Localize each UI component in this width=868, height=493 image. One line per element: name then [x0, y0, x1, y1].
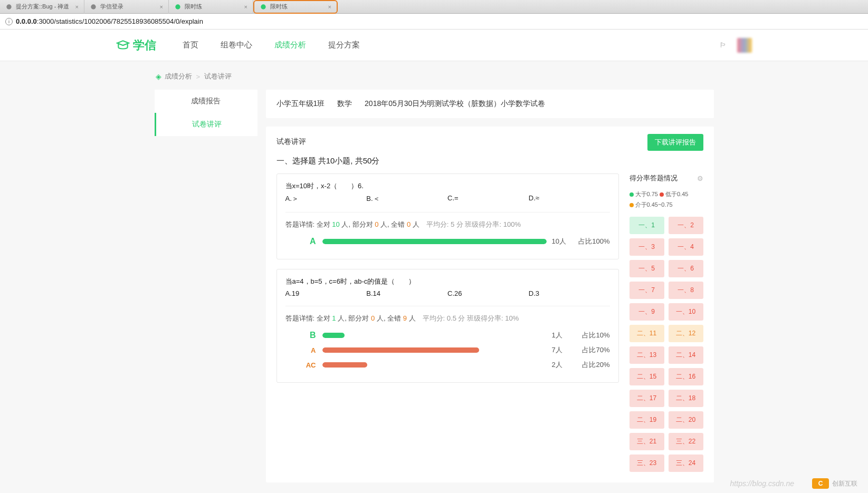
question-chip[interactable]: 一、9 [629, 303, 664, 321]
bar-label: A [285, 237, 322, 246]
question-chip[interactable]: 一、10 [669, 303, 703, 321]
nav-item[interactable]: 提分方案 [328, 40, 360, 50]
question-chip[interactable]: 二、19 [629, 411, 664, 429]
site-header: 学信 首页组卷中心成绩分析提分方案 🏳 [0, 30, 868, 61]
question-chip[interactable]: 一、8 [669, 282, 703, 299]
bar-fill [322, 333, 345, 338]
bar-track [322, 239, 547, 244]
browser-tab[interactable]: 限时练× [253, 0, 338, 14]
question-chip[interactable]: 二、14 [669, 346, 703, 364]
question-chip[interactable]: 二、12 [669, 325, 703, 342]
brand-logo-icon: C [812, 478, 829, 489]
question-chip[interactable]: 一、1 [629, 217, 664, 234]
question-chip[interactable]: 一、4 [669, 238, 703, 256]
question-chip[interactable]: 二、16 [669, 368, 703, 385]
question-chip[interactable]: 三、22 [669, 433, 703, 450]
sidebar-item[interactable]: 试卷讲评 [155, 113, 257, 136]
bar-fill [322, 362, 367, 368]
notification-icon[interactable]: 🏳 [720, 41, 727, 49]
nav-item[interactable]: 成绩分析 [274, 40, 306, 50]
bar-label: B [285, 331, 322, 340]
bar-label: AC [285, 361, 322, 369]
url-bar[interactable]: i 0.0.0.0:3000/statistics/1002006/782551… [0, 14, 868, 30]
bar-count: 10人 [547, 237, 568, 246]
nav-item[interactable]: 组卷中心 [221, 40, 252, 50]
question-stats: 答题详情: 全对 10 人, 部分对 0 人, 全错 0 人 平均分: 5 分 … [285, 212, 610, 229]
question-chip[interactable]: 二、15 [629, 368, 664, 385]
close-icon[interactable]: × [244, 4, 247, 10]
bar-ratio: 占比70% [568, 345, 610, 355]
bar-track [322, 333, 547, 338]
question-chip[interactable]: 一、6 [669, 260, 703, 277]
nav-item[interactable]: 首页 [183, 40, 198, 50]
tab-favicon-icon [5, 3, 13, 11]
section-title: 一、选择题 共10小题, 共50分 [276, 156, 703, 166]
header-right: 🏳 [720, 38, 752, 53]
question-chip[interactable]: 一、5 [629, 260, 664, 277]
question-chip[interactable]: 一、3 [629, 238, 664, 256]
question-chip[interactable]: 二、11 [629, 325, 664, 342]
question-chip[interactable]: 一、2 [669, 217, 703, 234]
bar-ratio: 占比100% [568, 237, 610, 246]
left-sidebar: 成绩报告试卷讲评 [155, 90, 257, 482]
question-text: 当x=10时，x-2（ ）6. [285, 181, 610, 191]
browser-tab-strip: 提分方案::Bug - 禅道×学信登录×限时练×限时练× [0, 0, 868, 14]
question-chip[interactable]: 三、21 [629, 433, 664, 450]
question-chip[interactable]: 三、23 [629, 455, 664, 472]
legend-text: 大于0.75 [635, 191, 658, 197]
question-option: A.＞ [285, 194, 367, 204]
browser-tab[interactable]: 限时练× [169, 0, 253, 14]
question-options: A.19B.14C.26D.3 [285, 289, 610, 297]
answer-bar-row: A 7人 占比70% [285, 345, 610, 355]
bar-ratio: 占比10% [568, 331, 610, 340]
breadcrumb-sep: > [196, 73, 201, 81]
bar-ratio: 占比20% [568, 360, 610, 370]
url-text: 0.0.0.0:3000/statistics/1002006/78255189… [16, 17, 203, 25]
question-box: 当x=10时，x-2（ ）6. A.＞B.＜C.=D.≈ 答题详情: 全对 10… [276, 173, 619, 259]
subject-name: 数学 [337, 99, 352, 108]
question-chip[interactable]: 二、13 [629, 346, 664, 364]
review-title: 试卷讲评 [276, 137, 703, 147]
question-grid: 一、1一、2一、3一、4一、5一、6一、7一、8一、9一、10二、11二、12二… [629, 217, 703, 472]
question-stats: 答题详情: 全对 1 人, 部分对 0 人, 全错 9 人 平均分: 0.5 分… [285, 306, 610, 323]
question-option: A.19 [285, 289, 367, 297]
question-chip[interactable]: 三、24 [669, 455, 703, 472]
question-option: D.3 [529, 289, 610, 297]
tab-title: 学信登录 [100, 3, 156, 11]
close-icon[interactable]: × [160, 4, 163, 10]
sidebar-item[interactable]: 成绩报告 [155, 90, 257, 113]
bar-track [322, 347, 547, 353]
exam-name: 2018年05月30日为明测试学校（脏数据）小学数学试卷 [365, 99, 545, 108]
user-avatar[interactable] [737, 38, 752, 53]
answer-bar-row: AC 2人 占比20% [285, 360, 610, 370]
close-icon[interactable]: × [75, 4, 79, 10]
question-option: C.26 [447, 289, 529, 297]
gear-icon[interactable]: ⚙ [697, 175, 703, 182]
breadcrumb: ◈ 成绩分析 > 试卷讲评 [155, 72, 714, 81]
breadcrumb-current: 试卷讲评 [204, 72, 232, 81]
close-icon[interactable]: × [328, 4, 331, 10]
svg-point-2 [175, 4, 180, 9]
question-chip[interactable]: 一、7 [629, 282, 664, 299]
download-report-button[interactable]: 下载讲评报告 [647, 134, 703, 151]
site-info-icon[interactable]: i [5, 18, 13, 25]
bar-fill [322, 239, 547, 244]
browser-tab[interactable]: 学信登录× [84, 0, 169, 14]
question-chip[interactable]: 二、17 [629, 390, 664, 407]
browser-tab[interactable]: 提分方案::Bug - 禅道× [0, 0, 84, 14]
score-rate-panel: 得分率答题情况 ⚙ 大于0.75 低于0.45 介于0.45~0.75 一、1一… [629, 173, 703, 472]
question-chip[interactable]: 二、18 [669, 390, 703, 407]
breadcrumb-root[interactable]: 成绩分析 [165, 72, 192, 81]
legend: 大于0.75 低于0.45 介于0.45~0.75 [629, 189, 703, 210]
site-logo[interactable]: 学信 [116, 37, 156, 53]
bar-label: A [285, 346, 322, 354]
question-chip[interactable]: 二、20 [669, 411, 703, 429]
tab-title: 限时练 [270, 3, 324, 11]
logo-book-icon [116, 38, 130, 52]
legend-dot [629, 203, 634, 207]
question-box: 当a=4，b=5，c=6时，ab-c的值是（ ） A.19B.14C.26D.3… [276, 269, 619, 383]
question-option: D.≈ [529, 194, 610, 204]
review-card: 下载讲评报告 试卷讲评 一、选择题 共10小题, 共50分 当x=10时，x-2… [266, 127, 714, 482]
bar-fill [322, 347, 480, 353]
question-options: A.＞B.＜C.=D.≈ [285, 194, 610, 204]
